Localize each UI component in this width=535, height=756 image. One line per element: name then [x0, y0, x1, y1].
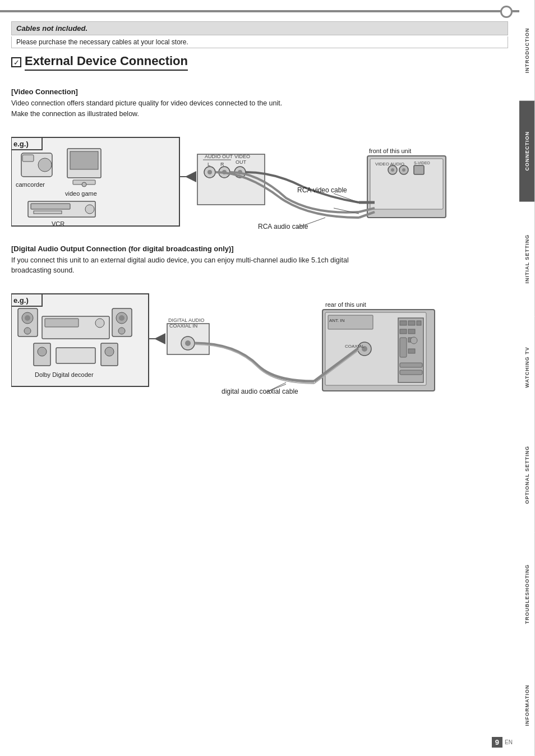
svg-point-60	[118, 328, 125, 334]
main-content: Cables not included. Please purchase the…	[0, 21, 519, 756]
svg-text:COAXIAL: COAXIAL	[345, 344, 365, 349]
svg-text:video game: video game	[65, 190, 97, 197]
video-diagram-area: e.g.) camcorder video game VCR	[11, 125, 508, 234]
svg-text:Dolby Digital decoder: Dolby Digital decoder	[35, 371, 94, 378]
section-title: External Device Connection	[25, 54, 188, 71]
svg-rect-44	[414, 165, 424, 174]
svg-rect-90	[408, 321, 415, 325]
sidebar-tab-watching-tv[interactable]: WATCHING TV	[519, 317, 535, 418]
sidebar-tab-initial-setting[interactable]: INITIAL SETTING	[519, 201, 535, 317]
sidebar-tabs: INTRODUCTION CONNECTION INITIAL SETTING …	[519, 0, 535, 756]
svg-rect-94	[400, 338, 407, 357]
svg-text:front of this unit: front of this unit	[369, 147, 411, 154]
svg-rect-98	[400, 363, 422, 367]
svg-rect-66	[56, 348, 95, 363]
svg-rect-93	[408, 329, 415, 334]
cables-banner: Cables not included.	[11, 21, 508, 35]
checkbox-icon: ✓	[11, 57, 21, 67]
page-lang: EN	[505, 739, 513, 745]
svg-text:S-VIDEO: S-VIDEO	[414, 161, 430, 165]
svg-point-76	[185, 340, 191, 346]
svg-rect-91	[417, 321, 421, 325]
svg-point-10	[82, 182, 86, 187]
section-heading: ✓ External Device Connection	[11, 54, 508, 71]
svg-text:camcorder: camcorder	[16, 181, 45, 188]
svg-point-63	[95, 319, 104, 328]
digital-audio-section: [Digital Audio Output Connection (for di…	[11, 245, 508, 405]
svg-text:DIGITAL AUDIO: DIGITAL AUDIO	[168, 317, 205, 323]
digital-audio-desc: If you connect this unit to an external …	[11, 255, 508, 276]
svg-rect-89	[400, 321, 407, 325]
svg-text:OUT: OUT	[236, 159, 247, 165]
sidebar-tab-optional-setting[interactable]: OPTIONAL SETTING	[519, 417, 535, 533]
sidebar-tab-information[interactable]: INFORMATION	[519, 655, 535, 756]
svg-rect-92	[400, 329, 407, 334]
svg-text:rear of this unit: rear of this unit	[325, 301, 366, 308]
svg-point-41	[391, 168, 394, 172]
svg-text:RCA video cable: RCA video cable	[297, 186, 347, 194]
svg-point-56	[24, 328, 31, 334]
page-number: 9	[492, 737, 502, 748]
svg-point-55	[25, 315, 30, 321]
digital-audio-title: [Digital Audio Output Connection (for di…	[11, 245, 508, 253]
sidebar-tab-troubleshooting[interactable]: TROUBLESHOOTING	[519, 533, 535, 656]
top-circle	[500, 6, 513, 18]
top-bar	[0, 10, 519, 12]
svg-text:ANT. IN: ANT. IN	[329, 318, 345, 323]
svg-rect-99	[400, 370, 422, 375]
video-connection-svg: e.g.) camcorder video game VCR	[11, 125, 522, 234]
svg-text:COAXIAL IN: COAXIAL IN	[169, 323, 197, 329]
svg-point-43	[402, 168, 405, 172]
svg-text:VIDEO AUDIO: VIDEO AUDIO	[375, 162, 404, 167]
video-connection-title: [Video Connection]	[11, 87, 508, 96]
svg-point-25	[207, 170, 212, 174]
svg-rect-13	[31, 204, 70, 209]
svg-text:digital audio coaxial cable: digital audio coaxial cable	[222, 388, 298, 395]
svg-text:VCR: VCR	[52, 220, 64, 227]
svg-point-65	[38, 347, 47, 356]
video-connection-desc: Video connection offers standard picture…	[11, 98, 508, 119]
sidebar-tab-connection[interactable]: CONNECTION	[519, 101, 535, 202]
svg-point-96	[411, 337, 417, 344]
cables-title: Cables not included.	[16, 24, 87, 33]
svg-point-59	[119, 315, 124, 321]
svg-point-68	[105, 347, 114, 356]
svg-rect-15	[34, 211, 62, 214]
video-connection-section: [Video Connection] Video connection offe…	[11, 87, 508, 234]
svg-rect-5	[22, 155, 34, 162]
svg-text:e.g.): e.g.)	[13, 296, 29, 305]
svg-point-14	[85, 205, 94, 214]
svg-text:AUDIO OUT: AUDIO OUT	[205, 154, 233, 159]
svg-rect-62	[45, 319, 79, 327]
svg-text:e.g.): e.g.)	[13, 140, 29, 148]
svg-text:VIDEO: VIDEO	[234, 154, 250, 159]
digital-audio-diagram-area: e.g.)	[11, 282, 508, 405]
svg-rect-8	[70, 151, 98, 169]
svg-rect-97	[408, 349, 415, 353]
sidebar-tab-introduction[interactable]: INTRODUCTION	[519, 0, 535, 101]
svg-point-4	[38, 158, 52, 172]
digital-audio-svg: e.g.)	[11, 282, 522, 405]
page-number-area: 9 EN	[492, 737, 513, 748]
cables-subtitle: Please purchase the necessary cables at …	[11, 36, 508, 48]
